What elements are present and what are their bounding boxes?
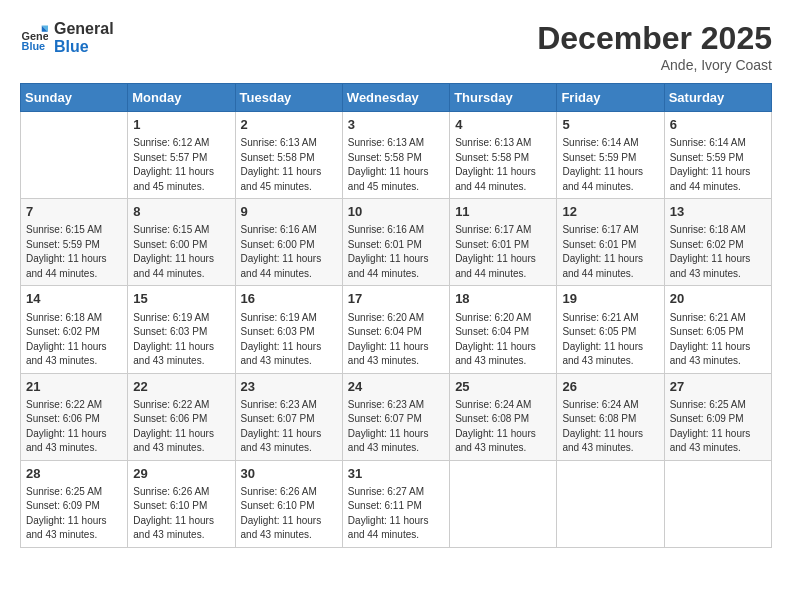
day-cell: 17Sunrise: 6:20 AMSunset: 6:04 PMDayligh… — [342, 286, 449, 373]
day-info: Sunrise: 6:18 AMSunset: 6:02 PMDaylight:… — [26, 311, 122, 369]
day-info: Sunrise: 6:16 AMSunset: 6:01 PMDaylight:… — [348, 223, 444, 281]
day-info: Sunrise: 6:22 AMSunset: 6:06 PMDaylight:… — [133, 398, 229, 456]
day-cell: 23Sunrise: 6:23 AMSunset: 6:07 PMDayligh… — [235, 373, 342, 460]
day-cell: 20Sunrise: 6:21 AMSunset: 6:05 PMDayligh… — [664, 286, 771, 373]
day-cell: 8Sunrise: 6:15 AMSunset: 6:00 PMDaylight… — [128, 199, 235, 286]
day-number: 28 — [26, 465, 122, 483]
day-number: 3 — [348, 116, 444, 134]
day-cell — [664, 460, 771, 547]
day-info: Sunrise: 6:25 AMSunset: 6:09 PMDaylight:… — [26, 485, 122, 543]
location: Ande, Ivory Coast — [537, 57, 772, 73]
day-number: 30 — [241, 465, 337, 483]
day-cell: 22Sunrise: 6:22 AMSunset: 6:06 PMDayligh… — [128, 373, 235, 460]
day-cell: 3Sunrise: 6:13 AMSunset: 5:58 PMDaylight… — [342, 112, 449, 199]
day-number: 29 — [133, 465, 229, 483]
day-cell: 24Sunrise: 6:23 AMSunset: 6:07 PMDayligh… — [342, 373, 449, 460]
day-number: 7 — [26, 203, 122, 221]
day-cell: 26Sunrise: 6:24 AMSunset: 6:08 PMDayligh… — [557, 373, 664, 460]
day-cell: 25Sunrise: 6:24 AMSunset: 6:08 PMDayligh… — [450, 373, 557, 460]
day-cell: 13Sunrise: 6:18 AMSunset: 6:02 PMDayligh… — [664, 199, 771, 286]
day-info: Sunrise: 6:15 AMSunset: 6:00 PMDaylight:… — [133, 223, 229, 281]
day-number: 13 — [670, 203, 766, 221]
day-info: Sunrise: 6:20 AMSunset: 6:04 PMDaylight:… — [348, 311, 444, 369]
svg-text:Blue: Blue — [22, 39, 46, 51]
day-info: Sunrise: 6:26 AMSunset: 6:10 PMDaylight:… — [133, 485, 229, 543]
day-cell: 7Sunrise: 6:15 AMSunset: 5:59 PMDaylight… — [21, 199, 128, 286]
col-header-tuesday: Tuesday — [235, 84, 342, 112]
day-cell: 19Sunrise: 6:21 AMSunset: 6:05 PMDayligh… — [557, 286, 664, 373]
month-year: December 2025 — [537, 20, 772, 57]
day-info: Sunrise: 6:23 AMSunset: 6:07 PMDaylight:… — [348, 398, 444, 456]
day-cell: 9Sunrise: 6:16 AMSunset: 6:00 PMDaylight… — [235, 199, 342, 286]
day-cell: 27Sunrise: 6:25 AMSunset: 6:09 PMDayligh… — [664, 373, 771, 460]
day-info: Sunrise: 6:19 AMSunset: 6:03 PMDaylight:… — [241, 311, 337, 369]
logo-icon: General Blue — [20, 24, 48, 52]
day-cell: 6Sunrise: 6:14 AMSunset: 5:59 PMDaylight… — [664, 112, 771, 199]
day-info: Sunrise: 6:24 AMSunset: 6:08 PMDaylight:… — [562, 398, 658, 456]
day-number: 21 — [26, 378, 122, 396]
day-info: Sunrise: 6:17 AMSunset: 6:01 PMDaylight:… — [455, 223, 551, 281]
day-info: Sunrise: 6:13 AMSunset: 5:58 PMDaylight:… — [348, 136, 444, 194]
day-number: 16 — [241, 290, 337, 308]
day-number: 5 — [562, 116, 658, 134]
day-cell — [450, 460, 557, 547]
col-header-monday: Monday — [128, 84, 235, 112]
day-info: Sunrise: 6:25 AMSunset: 6:09 PMDaylight:… — [670, 398, 766, 456]
day-number: 31 — [348, 465, 444, 483]
day-cell: 21Sunrise: 6:22 AMSunset: 6:06 PMDayligh… — [21, 373, 128, 460]
day-number: 23 — [241, 378, 337, 396]
day-number: 2 — [241, 116, 337, 134]
day-number: 14 — [26, 290, 122, 308]
week-row-4: 21Sunrise: 6:22 AMSunset: 6:06 PMDayligh… — [21, 373, 772, 460]
day-number: 10 — [348, 203, 444, 221]
day-cell: 15Sunrise: 6:19 AMSunset: 6:03 PMDayligh… — [128, 286, 235, 373]
day-info: Sunrise: 6:14 AMSunset: 5:59 PMDaylight:… — [562, 136, 658, 194]
day-number: 17 — [348, 290, 444, 308]
day-number: 1 — [133, 116, 229, 134]
day-info: Sunrise: 6:23 AMSunset: 6:07 PMDaylight:… — [241, 398, 337, 456]
col-header-saturday: Saturday — [664, 84, 771, 112]
day-info: Sunrise: 6:19 AMSunset: 6:03 PMDaylight:… — [133, 311, 229, 369]
logo-line1: General — [54, 20, 114, 38]
day-info: Sunrise: 6:15 AMSunset: 5:59 PMDaylight:… — [26, 223, 122, 281]
day-info: Sunrise: 6:24 AMSunset: 6:08 PMDaylight:… — [455, 398, 551, 456]
day-cell: 14Sunrise: 6:18 AMSunset: 6:02 PMDayligh… — [21, 286, 128, 373]
week-row-3: 14Sunrise: 6:18 AMSunset: 6:02 PMDayligh… — [21, 286, 772, 373]
logo-line2: Blue — [54, 38, 114, 56]
day-info: Sunrise: 6:13 AMSunset: 5:58 PMDaylight:… — [241, 136, 337, 194]
day-info: Sunrise: 6:21 AMSunset: 6:05 PMDaylight:… — [562, 311, 658, 369]
calendar-header-row: SundayMondayTuesdayWednesdayThursdayFrid… — [21, 84, 772, 112]
day-cell — [557, 460, 664, 547]
day-cell: 30Sunrise: 6:26 AMSunset: 6:10 PMDayligh… — [235, 460, 342, 547]
day-info: Sunrise: 6:22 AMSunset: 6:06 PMDaylight:… — [26, 398, 122, 456]
day-number: 26 — [562, 378, 658, 396]
day-info: Sunrise: 6:12 AMSunset: 5:57 PMDaylight:… — [133, 136, 229, 194]
day-number: 11 — [455, 203, 551, 221]
day-number: 9 — [241, 203, 337, 221]
day-number: 18 — [455, 290, 551, 308]
day-cell: 18Sunrise: 6:20 AMSunset: 6:04 PMDayligh… — [450, 286, 557, 373]
day-number: 12 — [562, 203, 658, 221]
day-cell: 16Sunrise: 6:19 AMSunset: 6:03 PMDayligh… — [235, 286, 342, 373]
day-info: Sunrise: 6:18 AMSunset: 6:02 PMDaylight:… — [670, 223, 766, 281]
day-info: Sunrise: 6:26 AMSunset: 6:10 PMDaylight:… — [241, 485, 337, 543]
week-row-2: 7Sunrise: 6:15 AMSunset: 5:59 PMDaylight… — [21, 199, 772, 286]
day-number: 6 — [670, 116, 766, 134]
week-row-5: 28Sunrise: 6:25 AMSunset: 6:09 PMDayligh… — [21, 460, 772, 547]
day-info: Sunrise: 6:27 AMSunset: 6:11 PMDaylight:… — [348, 485, 444, 543]
day-info: Sunrise: 6:14 AMSunset: 5:59 PMDaylight:… — [670, 136, 766, 194]
day-number: 15 — [133, 290, 229, 308]
day-cell: 28Sunrise: 6:25 AMSunset: 6:09 PMDayligh… — [21, 460, 128, 547]
col-header-thursday: Thursday — [450, 84, 557, 112]
day-cell: 1Sunrise: 6:12 AMSunset: 5:57 PMDaylight… — [128, 112, 235, 199]
day-cell: 29Sunrise: 6:26 AMSunset: 6:10 PMDayligh… — [128, 460, 235, 547]
week-row-1: 1Sunrise: 6:12 AMSunset: 5:57 PMDaylight… — [21, 112, 772, 199]
day-number: 27 — [670, 378, 766, 396]
day-number: 8 — [133, 203, 229, 221]
day-cell: 12Sunrise: 6:17 AMSunset: 6:01 PMDayligh… — [557, 199, 664, 286]
day-cell: 4Sunrise: 6:13 AMSunset: 5:58 PMDaylight… — [450, 112, 557, 199]
page-header: General Blue General Blue December 2025 … — [20, 20, 772, 73]
day-number: 24 — [348, 378, 444, 396]
day-info: Sunrise: 6:21 AMSunset: 6:05 PMDaylight:… — [670, 311, 766, 369]
day-cell: 5Sunrise: 6:14 AMSunset: 5:59 PMDaylight… — [557, 112, 664, 199]
